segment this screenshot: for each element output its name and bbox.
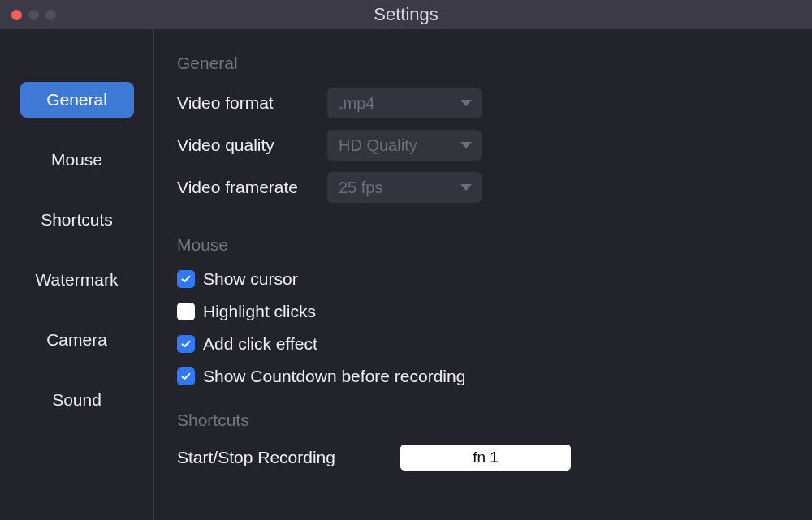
sidebar-item-shortcuts[interactable]: Shortcuts — [20, 202, 134, 238]
start-stop-recording-label: Start/Stop Recording — [177, 448, 400, 467]
highlight-clicks-label: Highlight clicks — [203, 302, 316, 321]
show-cursor-label: Show cursor — [203, 269, 298, 289]
settings-content: General Video format .mp4 Video quality … — [154, 29, 812, 520]
sidebar-item-watermark[interactable]: Watermark — [20, 262, 134, 298]
sidebar-item-camera[interactable]: Camera — [20, 322, 134, 358]
section-heading-mouse: Mouse — [177, 235, 796, 255]
check-icon — [180, 273, 192, 285]
show-countdown-label: Show Countdown before recording — [203, 367, 465, 386]
add-click-effect-checkbox[interactable] — [177, 335, 195, 353]
start-stop-recording-shortcut[interactable]: fn 1 — [400, 445, 571, 471]
video-format-value: .mp4 — [339, 94, 374, 113]
section-heading-general: General — [177, 54, 796, 73]
sidebar-item-label: Watermark — [36, 270, 119, 289]
close-window-icon[interactable] — [11, 10, 22, 20]
video-format-select[interactable]: .mp4 — [327, 88, 482, 118]
video-framerate-select[interactable]: 25 fps — [327, 172, 482, 203]
sidebar-item-sound[interactable]: Sound — [20, 382, 134, 418]
chevron-down-icon — [460, 100, 472, 106]
show-cursor-checkbox[interactable] — [177, 270, 195, 288]
chevron-down-icon — [460, 184, 472, 191]
sidebar: General Mouse Shortcuts Watermark Camera… — [0, 29, 154, 520]
sidebar-item-label: Sound — [52, 390, 102, 409]
start-stop-recording-value: fn 1 — [473, 449, 499, 466]
minimize-window-icon[interactable] — [28, 10, 39, 20]
zoom-window-icon[interactable] — [45, 10, 56, 20]
sidebar-item-label: Camera — [46, 330, 107, 349]
sidebar-item-label: Mouse — [51, 150, 102, 169]
video-framerate-label: Video framerate — [177, 178, 327, 197]
titlebar: Settings — [0, 0, 812, 29]
sidebar-item-label: General — [46, 90, 107, 109]
check-icon — [180, 371, 192, 382]
window-controls — [0, 10, 56, 20]
check-icon — [180, 338, 192, 350]
video-format-label: Video format — [177, 93, 327, 113]
highlight-clicks-checkbox[interactable] — [177, 303, 195, 320]
sidebar-item-general[interactable]: General — [20, 82, 134, 118]
video-quality-value: HD Quality — [339, 136, 417, 155]
sidebar-item-mouse[interactable]: Mouse — [20, 142, 134, 178]
video-quality-label: Video quality — [177, 135, 327, 155]
add-click-effect-label: Add click effect — [203, 334, 317, 354]
section-heading-shortcuts: Shortcuts — [177, 410, 796, 430]
sidebar-item-label: Shortcuts — [41, 210, 113, 229]
show-countdown-checkbox[interactable] — [177, 367, 195, 385]
chevron-down-icon — [460, 142, 472, 148]
video-quality-select[interactable]: HD Quality — [327, 130, 482, 161]
video-framerate-value: 25 fps — [339, 178, 382, 197]
window-title: Settings — [0, 4, 812, 25]
